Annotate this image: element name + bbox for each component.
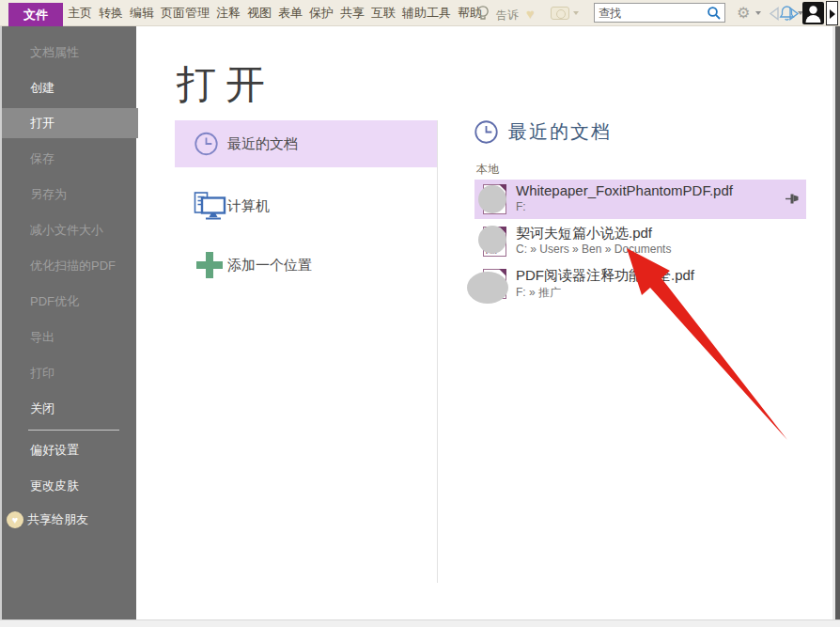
sidebar-item-change-skin[interactable]: 更改皮肤 bbox=[2, 471, 138, 501]
recent-file-row[interactable]: PDF PDF阅读器注释功能大全.pdf F: » 推广 bbox=[474, 264, 806, 304]
menubar: 文件 主页 转换 编辑 页面管理 注释 视图 表单 保护 共享 互联 辅助工具 … bbox=[0, 0, 840, 26]
plus-icon bbox=[195, 251, 224, 279]
panel-divider bbox=[437, 120, 438, 583]
sidebar-divider bbox=[28, 430, 119, 431]
avatar[interactable] bbox=[802, 2, 824, 24]
recent-documents-title: 最近的文档 bbox=[508, 119, 612, 145]
snapshot-caret-icon[interactable] bbox=[573, 11, 579, 15]
file-path: C: » Users » Ben » Documents bbox=[516, 243, 671, 256]
sidebar-item-preferences[interactable]: 偏好设置 bbox=[2, 435, 138, 465]
recent-file-row[interactable]: PDF Whitepaper_FoxitPhantomPDF.pdf F: bbox=[474, 180, 806, 219]
toolbar-right: 告诉 ♥ ⚙ bbox=[470, 0, 840, 26]
tab-convert[interactable]: 转换 bbox=[99, 5, 123, 22]
gear-caret-icon[interactable] bbox=[755, 11, 761, 15]
toolbar-expand-button[interactable] bbox=[826, 1, 838, 25]
open-nav-recent-documents[interactable]: 最近的文档 bbox=[175, 120, 438, 167]
tab-accessibility[interactable]: 辅助工具 bbox=[402, 5, 451, 22]
search-icon[interactable] bbox=[707, 6, 722, 21]
status-bar bbox=[0, 619, 840, 627]
open-nav-computer[interactable]: 计算机 bbox=[175, 182, 438, 229]
sidebar-item-create[interactable]: 创建 bbox=[2, 73, 138, 103]
tab-home[interactable]: 主页 bbox=[68, 5, 92, 22]
tab-organize[interactable]: 页面管理 bbox=[161, 5, 210, 22]
tab-edit[interactable]: 编辑 bbox=[130, 5, 154, 22]
gear-icon[interactable]: ⚙ bbox=[737, 4, 750, 22]
find-input[interactable] bbox=[599, 5, 702, 21]
file-path: F: » 推广 bbox=[516, 285, 561, 301]
lightbulb-icon[interactable] bbox=[475, 5, 490, 22]
sidebar-item-pdf-optimizer: PDF优化 bbox=[2, 287, 138, 317]
sidebar-item-share-to-friends[interactable]: 共享给朋友 bbox=[2, 505, 138, 535]
window-border bbox=[835, 26, 840, 619]
snapshot-icon[interactable] bbox=[551, 7, 569, 20]
open-nav-add-place[interactable]: 添加一个位置 bbox=[175, 242, 438, 289]
tab-protect[interactable]: 保护 bbox=[309, 5, 334, 22]
sidebar-item-close[interactable]: 关闭 bbox=[2, 394, 138, 424]
redaction-blob bbox=[467, 272, 508, 304]
file-name: Whitepaper_FoxitPhantomPDF.pdf bbox=[516, 182, 733, 198]
tab-share[interactable]: 共享 bbox=[340, 5, 365, 22]
recent-file-row[interactable]: PDF 契诃夫短篇小说选.pdf C: » Users » Ben » Docu… bbox=[474, 222, 806, 261]
redaction-blob bbox=[478, 226, 506, 254]
bell-outline-icon[interactable] bbox=[779, 5, 795, 22]
redaction-blob bbox=[478, 185, 506, 213]
computer-icon bbox=[194, 192, 227, 221]
sidebar-item-export: 导出 bbox=[2, 322, 138, 353]
recent-documents-header: 最近的文档 bbox=[474, 119, 612, 145]
tell-me-label[interactable]: 告诉 bbox=[496, 8, 519, 24]
heart-icon[interactable]: ♥ bbox=[526, 6, 535, 22]
sidebar-item-doc-properties: 文档属性 bbox=[2, 38, 138, 68]
sidebar-item-print: 打印 bbox=[2, 358, 138, 388]
find-box bbox=[594, 3, 725, 23]
tab-connect[interactable]: 互联 bbox=[371, 5, 396, 22]
sidebar-item-optimize-scanned-pdf: 优化扫描的PDF bbox=[2, 251, 138, 281]
clock-icon bbox=[474, 119, 499, 145]
tab-form[interactable]: 表单 bbox=[278, 5, 303, 22]
tab-file[interactable]: 文件 bbox=[8, 3, 63, 26]
pin-icon[interactable] bbox=[785, 191, 801, 206]
file-path: F: bbox=[516, 200, 526, 213]
page-title: 打开 bbox=[177, 58, 274, 111]
tab-comment[interactable]: 注释 bbox=[216, 5, 241, 22]
sidebar-item-save-as: 另存为 bbox=[2, 180, 138, 210]
open-nav-recent-label: 最近的文档 bbox=[227, 135, 298, 153]
clock-icon bbox=[194, 132, 219, 157]
file-name: PDF阅读器注释功能大全.pdf bbox=[516, 267, 694, 285]
open-nav-add-place-label: 添加一个位置 bbox=[227, 257, 312, 274]
sidebar-item-save: 保存 bbox=[2, 144, 138, 174]
backstage-sidebar: 文档属性 创建 打开 保存 另存为 减小文件大小 优化扫描的PDF PDF优化 … bbox=[0, 26, 136, 619]
group-label-local: 本地 bbox=[476, 162, 499, 178]
sidebar-item-open[interactable]: 打开 bbox=[2, 108, 138, 138]
sidebar-item-reduce-file-size: 减小文件大小 bbox=[2, 215, 138, 245]
file-name: 契诃夫短篇小说选.pdf bbox=[516, 225, 652, 243]
tab-view[interactable]: 视图 bbox=[247, 5, 272, 22]
app-window: 文件 主页 转换 编辑 页面管理 注释 视图 表单 保护 共享 互联 辅助工具 … bbox=[0, 0, 840, 627]
ribbon-tabs: 主页 转换 编辑 页面管理 注释 视图 表单 保护 共享 互联 辅助工具 帮助 bbox=[68, 0, 482, 26]
open-nav-computer-label: 计算机 bbox=[227, 197, 270, 215]
